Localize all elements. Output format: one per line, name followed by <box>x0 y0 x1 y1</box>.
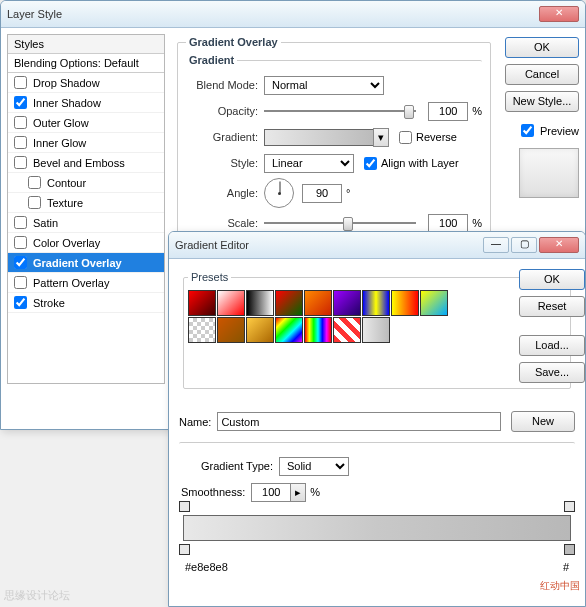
preset-swatch-2[interactable] <box>246 290 274 316</box>
styles-list: Styles Blending Options: Default Drop Sh… <box>7 34 165 384</box>
gradient-bar[interactable] <box>183 515 571 541</box>
preset-swatch-0[interactable] <box>188 290 216 316</box>
preset-swatch-4[interactable] <box>304 290 332 316</box>
preset-swatch-6[interactable] <box>362 290 390 316</box>
preset-swatch-3[interactable] <box>275 290 303 316</box>
watermark2: 思缘设计论坛 <box>4 588 70 603</box>
style-checkbox[interactable] <box>14 116 27 129</box>
style-checkbox[interactable] <box>28 176 41 189</box>
color-stop-right[interactable] <box>564 544 575 555</box>
style-label: Color Overlay <box>33 237 100 249</box>
preset-swatch-10[interactable] <box>217 317 245 343</box>
style-item-stroke[interactable]: Stroke <box>8 293 164 313</box>
name-label: Name: <box>179 416 211 428</box>
minimize-button[interactable]: ― <box>483 237 509 253</box>
gradient-preview[interactable] <box>264 129 374 146</box>
gradient-dropdown[interactable]: ▾ <box>373 128 389 147</box>
preset-swatch-13[interactable] <box>304 317 332 343</box>
color-stop-left[interactable] <box>179 544 190 555</box>
maximize-button[interactable]: ▢ <box>511 237 537 253</box>
preset-swatch-14[interactable] <box>333 317 361 343</box>
style-item-gradient-overlay[interactable]: Gradient Overlay <box>8 253 164 273</box>
angle-dial[interactable] <box>264 178 294 208</box>
style-checkbox[interactable] <box>14 76 27 89</box>
section-title: Gradient Overlay <box>186 36 281 48</box>
opacity-stop-right[interactable] <box>564 501 575 512</box>
style-item-outer-glow[interactable]: Outer Glow <box>8 113 164 133</box>
angle-label: Angle: <box>186 187 258 199</box>
style-checkbox[interactable] <box>14 96 27 109</box>
preset-swatch-7[interactable] <box>391 290 419 316</box>
style-item-inner-glow[interactable]: Inner Glow <box>8 133 164 153</box>
preset-swatch-11[interactable] <box>246 317 274 343</box>
style-item-satin[interactable]: Satin <box>8 213 164 233</box>
type-select[interactable]: Solid <box>279 457 349 476</box>
gradient-label: Gradient: <box>186 131 258 143</box>
close-button[interactable]: ✕ <box>539 6 579 22</box>
hex-left: #e8e8e8 <box>185 561 228 573</box>
style-label: Pattern Overlay <box>33 277 109 289</box>
ge-close-button[interactable]: ✕ <box>539 237 579 253</box>
style-label: Texture <box>47 197 83 209</box>
blend-mode-label: Blend Mode: <box>186 79 258 91</box>
presets-fieldset: Presets ▸ <box>183 271 571 389</box>
smooth-value[interactable] <box>251 483 291 502</box>
style-checkbox[interactable] <box>28 196 41 209</box>
style-select[interactable]: Linear <box>264 154 354 173</box>
style-checkbox[interactable] <box>14 296 27 309</box>
ge-ok-button[interactable]: OK <box>519 269 585 290</box>
scale-value[interactable] <box>428 214 468 233</box>
style-checkbox[interactable] <box>14 276 27 289</box>
reverse-checkbox[interactable] <box>399 131 412 144</box>
scale-slider[interactable] <box>264 214 422 232</box>
ge-titlebar: Gradient Editor ― ▢ ✕ <box>169 232 585 259</box>
ge-load-button[interactable]: Load... <box>519 335 585 356</box>
blend-mode-select[interactable]: Normal <box>264 76 384 95</box>
style-item-inner-shadow[interactable]: Inner Shadow <box>8 93 164 113</box>
style-checkbox[interactable] <box>14 156 27 169</box>
new-style-button[interactable]: New Style... <box>505 91 579 112</box>
align-checkbox[interactable] <box>364 157 377 170</box>
gradient-overlay-fieldset: Gradient Overlay Gradient Blend Mode: No… <box>177 36 491 245</box>
style-label: Stroke <box>33 297 65 309</box>
style-item-drop-shadow[interactable]: Drop Shadow <box>8 73 164 93</box>
cancel-button[interactable]: Cancel <box>505 64 579 85</box>
ge-save-button[interactable]: Save... <box>519 362 585 383</box>
smooth-label: Smoothness: <box>181 486 245 498</box>
opacity-stop-left[interactable] <box>179 501 190 512</box>
style-checkbox[interactable] <box>14 256 27 269</box>
ge-reset-button[interactable]: Reset <box>519 296 585 317</box>
style-item-texture[interactable]: Texture <box>8 193 164 213</box>
style-item-pattern-overlay[interactable]: Pattern Overlay <box>8 273 164 293</box>
preview-checkbox[interactable] <box>521 124 534 137</box>
style-item-color-overlay[interactable]: Color Overlay <box>8 233 164 253</box>
titlebar: Layer Style ✕ <box>1 1 585 28</box>
preset-swatch-12[interactable] <box>275 317 303 343</box>
preset-swatch-9[interactable] <box>188 317 216 343</box>
preset-swatch-5[interactable] <box>333 290 361 316</box>
style-label: Gradient Overlay <box>33 257 122 269</box>
opacity-slider[interactable] <box>264 102 422 120</box>
new-gradient-button[interactable]: New <box>511 411 575 432</box>
preset-swatch-1[interactable] <box>217 290 245 316</box>
style-item-contour[interactable]: Contour <box>8 173 164 193</box>
opacity-value[interactable] <box>428 102 468 121</box>
smooth-dropdown[interactable]: ▸ <box>290 483 306 502</box>
style-label: Style: <box>186 157 258 169</box>
presets-label: Presets <box>188 271 231 283</box>
style-checkbox[interactable] <box>14 236 27 249</box>
name-input[interactable] <box>217 412 501 431</box>
ok-button[interactable]: OK <box>505 37 579 58</box>
angle-value[interactable] <box>302 184 342 203</box>
preset-swatch-15[interactable] <box>362 317 390 343</box>
style-item-bevel-and-emboss[interactable]: Bevel and Emboss <box>8 153 164 173</box>
preview-thumbnail <box>519 148 579 198</box>
blending-options[interactable]: Blending Options: Default <box>8 54 164 73</box>
style-label: Contour <box>47 177 86 189</box>
gradient-editor-window: Gradient Editor ― ▢ ✕ Presets ▸ OK Reset… <box>168 231 586 607</box>
type-label: Gradient Type: <box>201 460 273 472</box>
gradient-subtitle: Gradient <box>186 54 237 66</box>
style-checkbox[interactable] <box>14 216 27 229</box>
preset-swatch-8[interactable] <box>420 290 448 316</box>
style-checkbox[interactable] <box>14 136 27 149</box>
